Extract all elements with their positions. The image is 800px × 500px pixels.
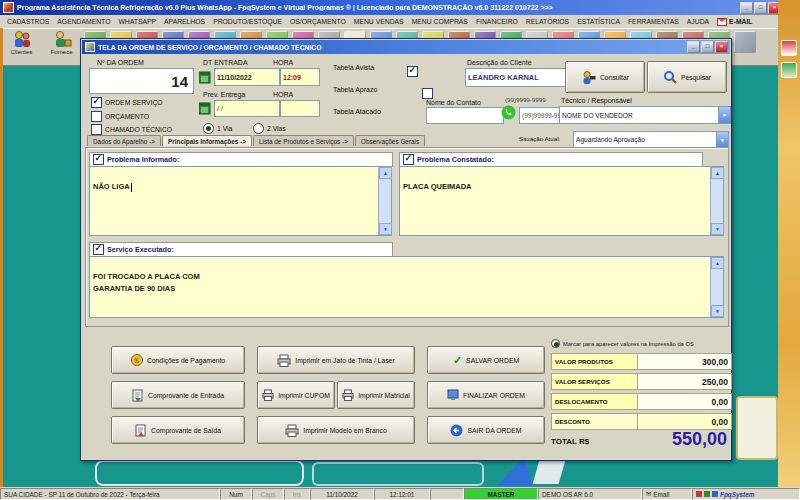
menu-relatorios[interactable]: RELATÓRIOS — [522, 17, 573, 26]
valor-produtos-field[interactable]: 300,00 — [637, 353, 732, 370]
problema-informado-textarea[interactable]: NÃO LIGA — [89, 166, 392, 236]
deslocamento-label: DESLOCAMENTO — [551, 393, 640, 410]
menu-financeiro[interactable]: FINANCEIRO — [472, 17, 522, 26]
menu-menu-compras[interactable]: MENU COMPRAS — [408, 17, 472, 26]
menu-email[interactable]: E-MAIL — [713, 17, 756, 27]
situacao-label: Situação Atual: — [519, 135, 560, 142]
dialog-close-button[interactable]: × — [715, 41, 728, 53]
printer-icon — [277, 354, 291, 367]
whatsapp-icon[interactable] — [501, 105, 516, 124]
menu-menu-vendas[interactable]: MENU VENDAS — [350, 17, 408, 26]
valor-produtos-label: VALOR PRODUTOS — [551, 353, 640, 370]
comprovante-saida-button[interactable]: Comprovante de Saída — [111, 416, 245, 444]
chevron-down-icon[interactable]: ▼ — [718, 107, 730, 123]
menu-aparelhos[interactable]: APARELHOS — [160, 17, 209, 26]
prev-entrega-label: Prev. Entrega — [203, 91, 245, 98]
sidebar-icon[interactable] — [781, 40, 797, 56]
contato-field[interactable] — [426, 107, 504, 124]
scrollbar[interactable] — [378, 167, 391, 235]
chevron-down-icon[interactable]: ▼ — [716, 132, 728, 147]
total-value: 550,00 — [621, 429, 727, 450]
servico-executado-textarea[interactable]: FOI TROCADO A PLACA COM GARANTIA DE 90 D… — [89, 256, 724, 318]
envelope-icon — [717, 18, 727, 26]
menu-whatsapp[interactable]: WHATSAPP — [114, 17, 160, 26]
dt-entrada-label: DT ENTRADA — [203, 59, 248, 66]
problema-informado-checkbox[interactable] — [93, 154, 104, 165]
servico-executado-checkbox[interactable] — [93, 244, 104, 255]
problema-constatado-textarea[interactable]: PLACA QUEIMADA — [399, 166, 724, 236]
situacao-dropdown[interactable]: Aguardando Aprovação ▼ — [573, 131, 729, 148]
total-label: TOTAL R$ — [551, 437, 589, 446]
finalizar-ordem-button[interactable]: FINALIZAR ORDEM — [427, 381, 545, 409]
status-time: 12:12:01 — [374, 488, 430, 500]
dt-entrada-field[interactable]: 11/10/2022 — [214, 68, 280, 86]
valor-servicos-field[interactable]: 250,00 — [637, 373, 732, 390]
consultar-button[interactable]: Consultar — [565, 61, 645, 93]
menu-ajuda[interactable]: AJUDA — [683, 17, 713, 26]
tab-dados-aparelho[interactable]: Dados do Aparelho -> — [87, 135, 161, 146]
status-num: Num — [220, 488, 252, 500]
pesquisar-button[interactable]: Pesquisar — [647, 61, 727, 93]
document-in-icon — [132, 389, 144, 402]
tabela-avista-checkbox[interactable] — [407, 66, 418, 77]
comprovante-entrada-button[interactable]: Comprovante de Entrada — [111, 381, 245, 409]
app-minimize-button[interactable]: _ — [740, 2, 753, 14]
tab-lista-produtos-servicos[interactable]: Lista de Produtos e Serviços -> — [253, 135, 354, 146]
tab-principais-informacoes[interactable]: Principais Informações -> — [162, 135, 252, 146]
statusbar: SUA CIDADE - SP 11 de Outubro de 2022 - … — [0, 487, 800, 500]
dialog-maximize-button[interactable]: □ — [701, 41, 714, 53]
tab-strip: Dados do Aparelho -> Principais Informaç… — [87, 131, 426, 146]
app-title: Programa Assistência Técnica Refrigeraçã… — [17, 4, 737, 11]
tecnico-dropdown[interactable]: NOME DO VENDEDOR ▼ — [559, 106, 731, 124]
menu-cadastros[interactable]: CADASTROS — [3, 17, 53, 26]
imprimir-matricial-button[interactable]: Imprimir Matricial — [337, 381, 415, 409]
tabela-aprazo-checkbox[interactable] — [422, 88, 433, 99]
phone-mask-short: (99)9999-9999 — [505, 96, 546, 103]
menubar: CADASTROS AGENDAMENTO WHATSAPP APARELHOS… — [0, 15, 781, 28]
text-caret — [131, 183, 132, 192]
scrollbar[interactable] — [710, 257, 723, 317]
hora-entrada-field[interactable]: 12:09 — [280, 68, 320, 86]
status-email[interactable]: ✉ Email — [642, 488, 692, 500]
imprimir-jato-button[interactable]: Imprimir em Jato de Tinta / Laser — [257, 346, 415, 374]
printer-icon — [262, 389, 274, 401]
checkbox-ordem-servico[interactable]: ORDEM SERVIÇO — [91, 97, 163, 108]
menu-produto-estoque[interactable]: PRODUTO/ESTOQUE — [209, 17, 286, 26]
toolbar-clientes-button[interactable]: Clientes — [2, 30, 41, 63]
status-caps: Caps — [252, 488, 284, 500]
coin-icon: $ — [131, 354, 143, 366]
menu-agendamento[interactable]: AGENDAMENTO — [53, 17, 114, 26]
valores-note[interactable]: Marcar para aparecer valores na Impressã… — [551, 339, 694, 348]
printer-icon — [285, 424, 299, 437]
app-maximize-button[interactable]: □ — [754, 2, 767, 14]
sidebar-icon[interactable] — [781, 62, 797, 78]
finalize-icon — [447, 389, 459, 401]
prev-hora-field[interactable] — [280, 100, 320, 117]
tab-observacoes-gerais[interactable]: Observações Gerais — [355, 135, 425, 146]
valor-servicos-label: VALOR SERVIÇOS — [551, 373, 640, 390]
problema-constatado-checkbox[interactable] — [403, 154, 414, 165]
scrollbar[interactable] — [710, 167, 723, 235]
deslocamento-field[interactable]: 0,00 — [637, 393, 732, 410]
menu-estatistica[interactable]: ESTATÍSTICA — [573, 17, 624, 26]
salvar-ordem-button[interactable]: ✓ SALVAR ORDEM — [427, 346, 545, 374]
imprimir-modelo-branco-button[interactable]: Imprimir Modelo em Branco — [257, 416, 415, 444]
order-dialog: TELA DA ORDEM DE SERVIÇO / ORÇAMENTO / C… — [80, 38, 732, 461]
menu-os-orcamento[interactable]: OS/ORÇAMENTO — [286, 17, 350, 26]
condicoes-pagamento-button[interactable]: $ Condições de Pagamento — [111, 346, 245, 374]
checkbox-orcamento[interactable]: ORÇAMENTO — [91, 111, 149, 122]
status-spacer — [430, 488, 464, 500]
imprimir-cupom-button[interactable]: Imprimir CUPOM — [257, 381, 335, 409]
dialog-minimize-button[interactable]: _ — [687, 41, 700, 53]
prev-entrega-field[interactable]: / / — [214, 100, 280, 117]
calendar-icon[interactable] — [199, 70, 211, 88]
toolbar-fornecedores-button[interactable]: Fornece — [42, 30, 81, 63]
order-number-field[interactable]: 14 — [89, 68, 194, 94]
calendar-icon[interactable] — [199, 101, 211, 119]
menu-ferramentas[interactable]: FERRAMENTAS — [624, 17, 683, 26]
toolbar-icon[interactable] — [734, 31, 756, 53]
toolbar-clientes-label: Clientes — [2, 49, 41, 55]
desconto-field[interactable]: 0,00 — [637, 413, 732, 430]
sair-ordem-button[interactable]: SAIR DA ORDEM — [427, 416, 545, 444]
wallpaper-shape — [95, 460, 304, 486]
